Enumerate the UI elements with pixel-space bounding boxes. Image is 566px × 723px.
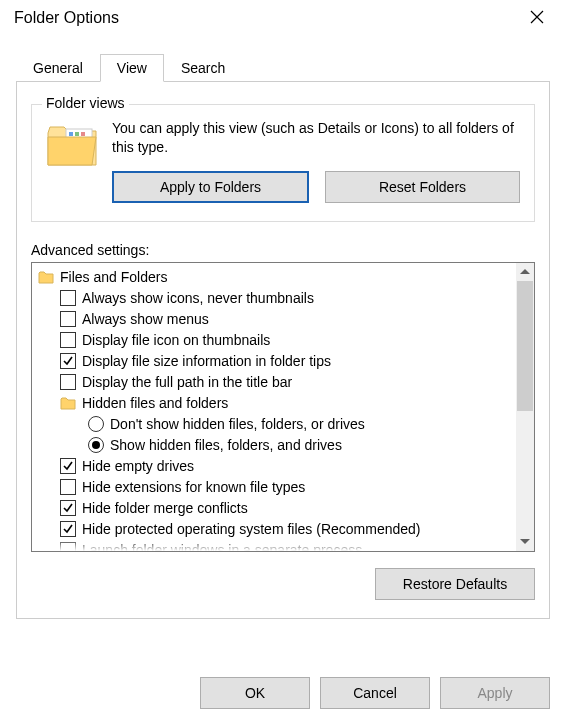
svg-rect-3 xyxy=(81,132,85,136)
tree-item[interactable]: Display file icon on thumbnails xyxy=(38,330,514,351)
folder-views-text: You can apply this view (such as Details… xyxy=(112,119,520,157)
folder-icon xyxy=(38,269,54,285)
scrollbar-track[interactable] xyxy=(516,281,534,533)
tree-item[interactable]: Always show icons, never thumbnails xyxy=(38,288,514,309)
tree-group-hidden-files: Hidden files and folders xyxy=(38,393,514,414)
folder-icon xyxy=(46,121,98,169)
checkbox[interactable] xyxy=(60,500,76,516)
scrollbar-vertical[interactable] xyxy=(516,263,534,551)
checkbox[interactable] xyxy=(60,374,76,390)
checkbox[interactable] xyxy=(60,332,76,348)
folder-icon xyxy=(60,395,76,411)
ok-button[interactable]: OK xyxy=(200,677,310,709)
folder-views-group: Folder views You can apply this view (su… xyxy=(31,104,535,222)
checkbox[interactable] xyxy=(60,353,76,369)
svg-rect-2 xyxy=(75,132,79,136)
chevron-down-icon xyxy=(520,539,530,544)
window-title: Folder Options xyxy=(14,9,514,27)
tree-group-label: Files and Folders xyxy=(60,267,167,288)
tree-item[interactable]: Always show menus xyxy=(38,309,514,330)
scroll-down-button[interactable] xyxy=(516,533,534,551)
radio[interactable] xyxy=(88,416,104,432)
tree-radio-item[interactable]: Don't show hidden files, folders, or dri… xyxy=(38,414,514,435)
tab-view[interactable]: View xyxy=(100,54,164,82)
tree-item[interactable]: Hide empty drives xyxy=(38,456,514,477)
checkbox[interactable] xyxy=(60,521,76,537)
advanced-settings-label: Advanced settings: xyxy=(31,242,535,258)
tree-item-label: Hide folder merge conflicts xyxy=(82,498,248,519)
tree-item[interactable]: Hide protected operating system files (R… xyxy=(38,519,514,540)
tabstrip: General View Search xyxy=(16,54,550,82)
tree-group-files-and-folders: Files and Folders xyxy=(38,267,514,288)
folder-views-legend: Folder views xyxy=(42,95,129,111)
tree-item-label: Always show menus xyxy=(82,309,209,330)
tree-item-label: Hide extensions for known file types xyxy=(82,477,305,498)
chevron-up-icon xyxy=(520,269,530,274)
tree-item-label: Display file icon on thumbnails xyxy=(82,330,270,351)
close-icon xyxy=(530,10,544,27)
checkbox[interactable] xyxy=(60,479,76,495)
reset-folders-button[interactable]: Reset Folders xyxy=(325,171,520,203)
tab-search[interactable]: Search xyxy=(164,54,242,82)
titlebar: Folder Options xyxy=(0,0,566,36)
tree-radio-item[interactable]: Show hidden files, folders, and drives xyxy=(38,435,514,456)
tree-item[interactable]: Display file size information in folder … xyxy=(38,351,514,372)
checkbox[interactable] xyxy=(60,290,76,306)
close-button[interactable] xyxy=(514,2,560,34)
radio[interactable] xyxy=(88,437,104,453)
scroll-up-button[interactable] xyxy=(516,263,534,281)
tree-item-label: Display the full path in the title bar xyxy=(82,372,292,393)
restore-defaults-button[interactable]: Restore Defaults xyxy=(375,568,535,600)
tree-item[interactable]: Display the full path in the title bar xyxy=(38,372,514,393)
advanced-settings-tree[interactable]: Files and Folders Always show icons, nev… xyxy=(31,262,535,552)
tree-item[interactable]: Hide extensions for known file types xyxy=(38,477,514,498)
cancel-button[interactable]: Cancel xyxy=(320,677,430,709)
scrollbar-thumb[interactable] xyxy=(517,281,533,411)
apply-to-folders-button[interactable]: Apply to Folders xyxy=(112,171,309,203)
dialog-buttons: OK Cancel Apply xyxy=(200,677,550,709)
checkbox[interactable] xyxy=(60,458,76,474)
tab-panel-view: Folder views You can apply this view (su… xyxy=(16,81,550,619)
tree-item-label: Always show icons, never thumbnails xyxy=(82,288,314,309)
apply-button[interactable]: Apply xyxy=(440,677,550,709)
tree-item-label: Don't show hidden files, folders, or dri… xyxy=(110,414,365,435)
tree-item[interactable]: Hide folder merge conflicts xyxy=(38,498,514,519)
tree-item-label: Show hidden files, folders, and drives xyxy=(110,435,342,456)
checkbox[interactable] xyxy=(60,311,76,327)
tree-item-label: Display file size information in folder … xyxy=(82,351,331,372)
tab-general[interactable]: General xyxy=(16,54,100,82)
tree-item-label: Hide protected operating system files (R… xyxy=(82,519,421,540)
tree-item-label: Hide empty drives xyxy=(82,456,194,477)
tree-group-label: Hidden files and folders xyxy=(82,393,228,414)
svg-rect-1 xyxy=(69,132,73,136)
